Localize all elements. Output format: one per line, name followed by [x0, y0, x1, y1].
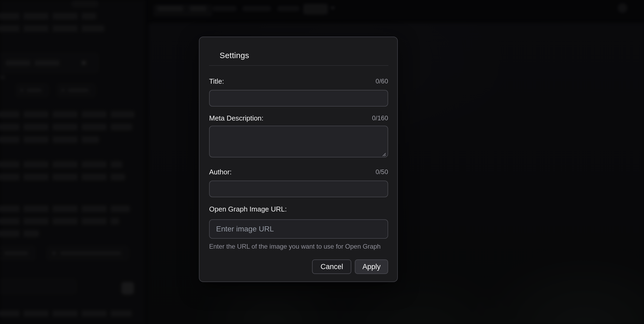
- settings-dialog: Settings Title: 0/60 Meta Description: 0…: [199, 37, 398, 282]
- title-label: Title:: [209, 77, 224, 85]
- author-char-counter: 0/50: [375, 168, 388, 176]
- og-image-field-header: Open Graph Image URL:: [209, 205, 388, 213]
- dialog-divider: [209, 65, 388, 66]
- og-image-helper-text: Enter the URL of the image you want to u…: [209, 243, 388, 250]
- title-input[interactable]: [209, 90, 388, 107]
- textarea-resize-handle[interactable]: [382, 152, 386, 156]
- dialog-body: Title: 0/60 Meta Description: 0/160 Auth…: [199, 77, 397, 274]
- author-label: Author:: [209, 168, 232, 176]
- author-field-header: Author: 0/50: [209, 168, 388, 176]
- dialog-title: Settings: [220, 51, 388, 59]
- meta-description-label: Meta Description:: [209, 114, 263, 122]
- dialog-footer: Cancel Apply: [209, 259, 388, 274]
- author-input[interactable]: [209, 181, 388, 197]
- meta-description-field-header: Meta Description: 0/160: [209, 114, 388, 122]
- og-image-label: Open Graph Image URL:: [209, 205, 287, 213]
- cancel-button[interactable]: Cancel: [312, 259, 351, 274]
- title-char-counter: 0/60: [375, 77, 388, 85]
- apply-button[interactable]: Apply: [355, 259, 388, 274]
- meta-description-wrap: [209, 126, 388, 159]
- meta-description-char-counter: 0/160: [372, 114, 388, 122]
- meta-description-textarea[interactable]: [209, 126, 388, 157]
- title-field-header: Title: 0/60: [209, 77, 388, 85]
- og-image-url-input[interactable]: [209, 219, 388, 239]
